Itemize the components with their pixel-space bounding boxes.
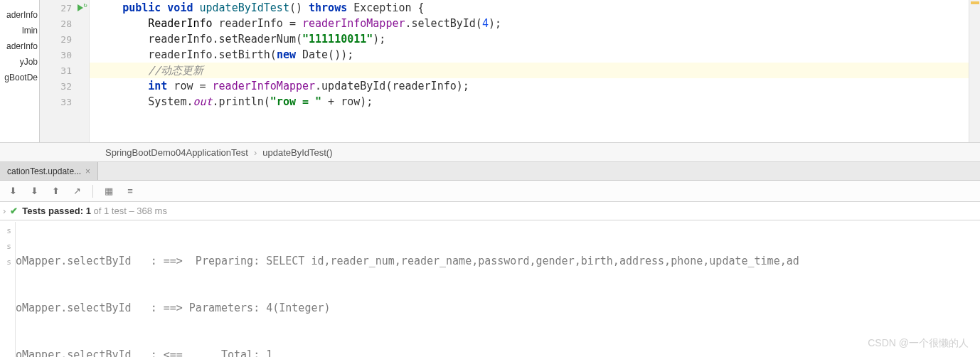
code-editor[interactable]: public void updateByIdTest() throws Exce… (90, 0, 969, 142)
tree-item[interactable]: lmin (0, 23, 39, 38)
warning-marker[interactable] (971, 1, 979, 4)
export-down-icon[interactable]: ⬇ (7, 186, 18, 197)
console-line: oMapper.selectById : ==> Preparing: SELE… (16, 253, 980, 269)
close-icon[interactable]: × (85, 166, 90, 176)
arrow-corner-icon[interactable]: ↗ (71, 186, 82, 197)
tests-count-label: of 1 test – 368 ms (91, 206, 167, 216)
line-number: 30 (60, 50, 72, 60)
breadcrumb-item[interactable]: SpringBootDemo04ApplicationTest (100, 147, 254, 158)
checkmark-icon: ✔ (10, 206, 18, 216)
code-line: readerInfo.setReaderNum("111110011"); (90, 31, 969, 47)
console-gutter: s s s (3, 222, 16, 357)
console-line: oMapper.selectById : <== Total: 1 (16, 347, 980, 357)
code-line: public void updateByIdTest() throws Exce… (90, 0, 969, 16)
tree-item[interactable]: aderInfo (0, 7, 39, 23)
tree-item[interactable]: aderInfo (0, 38, 39, 54)
console-output[interactable]: s s s oMapper.selectById : ==> Preparing… (0, 220, 980, 357)
line-number: 33 (60, 97, 72, 107)
code-line: System.out.println("row = " + row); (90, 94, 969, 110)
separator (92, 185, 93, 198)
error-stripe[interactable] (969, 0, 980, 142)
tests-passed-label: Tests passed: 1 (22, 206, 91, 216)
tree-item[interactable]: gBootDe (0, 70, 39, 85)
line-number: 31 (60, 65, 72, 76)
line-number: 27 (60, 3, 72, 14)
run-tab-bar: cationTest.update... × (0, 162, 980, 181)
run-tab-label: cationTest.update... (7, 166, 81, 176)
project-tree[interactable]: aderInfo lmin aderInfo yJob gBootDe (0, 0, 40, 142)
code-line: ReaderInfo readerInfo = readerInfoMapper… (90, 16, 969, 31)
grid-icon[interactable]: ▦ (103, 186, 114, 197)
run-tab[interactable]: cationTest.update... × (0, 162, 98, 180)
watermark: CSDN @一个很懒的人 (868, 337, 969, 350)
code-line: int row = readerInfoMapper.updateById(re… (90, 78, 969, 94)
chevron-right-icon[interactable]: › (3, 206, 6, 216)
line-number: 28 (60, 18, 72, 29)
test-toolbar: ⬇ ⬇ ⬆ ↗ ▦ ≡ (0, 181, 980, 202)
breadcrumb-item[interactable]: updateByIdTest() (257, 147, 338, 158)
import-down-icon[interactable]: ⬇ (28, 186, 40, 197)
run-test-icon[interactable] (76, 3, 86, 13)
line-number: 29 (60, 34, 72, 45)
code-line: readerInfo.setBirth(new Date()); (90, 47, 969, 63)
console-line: oMapper.selectById : ==> Parameters: 4(I… (16, 300, 980, 316)
tests-status-bar: › ✔ Tests passed: 1 of 1 test – 368 ms (0, 202, 980, 220)
settings-icon[interactable]: ≡ (124, 186, 136, 197)
code-line: //动态更新 (90, 63, 969, 78)
editor-gutter[interactable]: 27 28 29 30 31 32 33 (40, 0, 90, 142)
tree-item[interactable]: yJob (0, 54, 39, 70)
line-number: 32 (60, 81, 72, 92)
export-up-icon[interactable]: ⬆ (50, 186, 61, 197)
breadcrumb: SpringBootDemo04ApplicationTest › update… (0, 142, 980, 162)
